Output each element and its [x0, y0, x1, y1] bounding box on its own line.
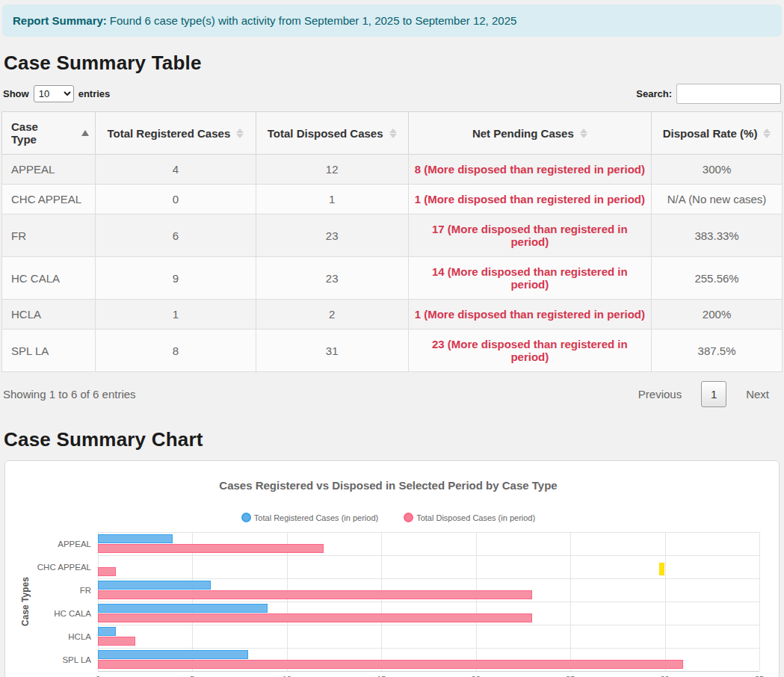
- entries-label: entries: [78, 88, 111, 99]
- legend-label-registered: Total Registered Cases (in period): [254, 513, 378, 522]
- cell-registered: 0: [95, 185, 256, 214]
- table-row: HC CALA92314 (More disposed than registe…: [2, 257, 783, 300]
- page-number-button[interactable]: 1: [701, 381, 726, 407]
- gridline-horizontal: [98, 648, 759, 649]
- gridline-horizontal: [98, 578, 759, 579]
- show-label: Show: [3, 88, 29, 99]
- entries-length-control: Show 10 entries: [3, 85, 110, 102]
- chart-section-heading: Case Summary Chart: [4, 428, 781, 451]
- cell-net-pending: 17 (More disposed than registered in per…: [408, 214, 652, 257]
- cell-case-type: CHC APPEAL: [2, 185, 96, 214]
- column-header-case-type[interactable]: Case Type: [2, 112, 96, 155]
- cell-net-pending: 1 (More disposed than registered in peri…: [408, 185, 652, 214]
- search-label: Search:: [636, 88, 672, 99]
- table-row: APPEAL4128 (More disposed than registere…: [2, 155, 783, 185]
- cell-disposed: 12: [256, 155, 408, 185]
- pagination: Previous 1 Next: [628, 381, 780, 407]
- category-label: CHC APPEAL: [34, 555, 98, 578]
- next-button[interactable]: Next: [735, 382, 780, 406]
- sort-icon: [580, 129, 587, 138]
- bar-registered: [98, 627, 116, 636]
- bar-registered: [98, 650, 248, 659]
- cell-net-pending: 1 (More disposed than registered in peri…: [408, 300, 652, 330]
- cell-net-pending: 23 (More disposed than registered in per…: [408, 330, 652, 372]
- plot-area[interactable]: [98, 532, 759, 671]
- bar-disposed: [98, 660, 683, 669]
- sort-asc-icon: [81, 130, 89, 136]
- table-row: SPL LA83123 (More disposed than register…: [2, 330, 783, 372]
- cell-net-pending: 14 (More disposed than registered in per…: [408, 257, 652, 300]
- column-header-disposal-rate[interactable]: Disposal Rate (%): [652, 112, 783, 155]
- sort-icon: [236, 129, 244, 138]
- cell-disposed: 31: [256, 330, 408, 372]
- cell-case-type: FR: [2, 214, 96, 257]
- cell-case-type: HC CALA: [2, 257, 96, 300]
- cell-net-pending: 8 (More disposed than registered in peri…: [408, 155, 652, 185]
- cell-disposed: 2: [256, 300, 408, 330]
- cell-disposal-rate: 387.5%: [652, 330, 783, 372]
- report-summary-label: Report Summary:: [13, 14, 107, 27]
- table-info: Showing 1 to 6 of 6 entries: [3, 388, 136, 401]
- cell-disposed: 23: [256, 214, 408, 257]
- sort-icon: [763, 129, 771, 138]
- chart-card: Cases Registered vs Disposed in Selected…: [4, 460, 780, 677]
- column-header-registered[interactable]: Total Registered Cases: [95, 112, 256, 155]
- chart-title: Cases Registered vs Disposed in Selected…: [17, 479, 759, 492]
- cell-case-type: APPEAL: [2, 155, 96, 185]
- cell-disposed: 23: [256, 257, 408, 300]
- entries-select[interactable]: 10: [34, 85, 74, 102]
- bar-disposed: [98, 637, 135, 646]
- case-summary-table: Case Type Total Registered Cases Total D…: [1, 111, 783, 372]
- gridline-horizontal: [98, 555, 759, 556]
- category-label: HC CALA: [34, 602, 98, 625]
- previous-button[interactable]: Previous: [628, 382, 692, 406]
- gridline-horizontal: [98, 602, 759, 602]
- sort-icon: [389, 129, 397, 138]
- report-summary-banner: Report Summary:Found 6 case type(s) with…: [2, 4, 782, 37]
- cell-disposal-rate: 200%: [652, 300, 783, 330]
- cell-disposal-rate: 255.56%: [652, 257, 783, 300]
- bar-disposed: [98, 590, 532, 599]
- category-label: APPEAL: [34, 532, 98, 555]
- table-row: HCLA121 (More disposed than registered i…: [2, 300, 783, 330]
- table-row: FR62317 (More disposed than registered i…: [2, 214, 783, 257]
- bar-registered: [98, 534, 173, 543]
- gridline-vertical: [759, 532, 760, 671]
- cell-registered: 4: [95, 155, 256, 185]
- report-summary-text: Found 6 case type(s) with activity from …: [110, 14, 516, 27]
- case-table-body: APPEAL4128 (More disposed than registere…: [2, 155, 783, 372]
- cell-case-type: SPL LA: [2, 330, 96, 372]
- bar-registered: [98, 581, 211, 590]
- bar-disposed: [98, 544, 324, 553]
- cell-disposal-rate: 383.33%: [652, 214, 783, 257]
- search-input[interactable]: [676, 84, 781, 104]
- table-row: CHC APPEAL011 (More disposed than regist…: [2, 185, 783, 214]
- bar-disposed: [98, 613, 532, 622]
- legend-item-disposed[interactable]: Total Disposed Cases (in period): [404, 513, 535, 522]
- legend-label-disposed: Total Disposed Cases (in period): [416, 513, 535, 522]
- table-section-heading: Case Summary Table: [4, 52, 781, 75]
- category-label: FR: [34, 578, 98, 602]
- cell-registered: 8: [95, 330, 256, 372]
- gridline-horizontal: [98, 625, 759, 625]
- cell-registered: 1: [95, 300, 256, 330]
- x-ticks: 05101520253035: [98, 671, 759, 677]
- cell-registered: 9: [95, 257, 256, 300]
- legend-dot-disposed: [404, 513, 413, 522]
- cell-disposed: 1: [256, 185, 408, 214]
- column-header-disposed[interactable]: Total Disposed Cases: [256, 112, 408, 155]
- yellow-cursor-marker: [659, 563, 664, 575]
- cell-disposal-rate: 300%: [652, 155, 783, 185]
- y-axis-title: Case Types: [17, 532, 34, 671]
- cell-registered: 6: [95, 214, 256, 257]
- gridline-horizontal: [98, 532, 759, 533]
- category-label: SPL LA: [34, 648, 98, 671]
- category-labels: APPEALCHC APPEALFRHC CALAHCLASPL LA: [34, 532, 98, 671]
- chart-legend: Total Registered Cases (in period) Total…: [17, 513, 759, 522]
- bar-disposed: [98, 567, 116, 576]
- legend-item-registered[interactable]: Total Registered Cases (in period): [241, 513, 378, 522]
- category-label: HCLA: [34, 625, 98, 648]
- legend-dot-registered: [241, 513, 251, 522]
- column-header-net-pending[interactable]: Net Pending Cases: [408, 112, 652, 155]
- cell-disposal-rate: N/A (No new cases): [652, 185, 783, 214]
